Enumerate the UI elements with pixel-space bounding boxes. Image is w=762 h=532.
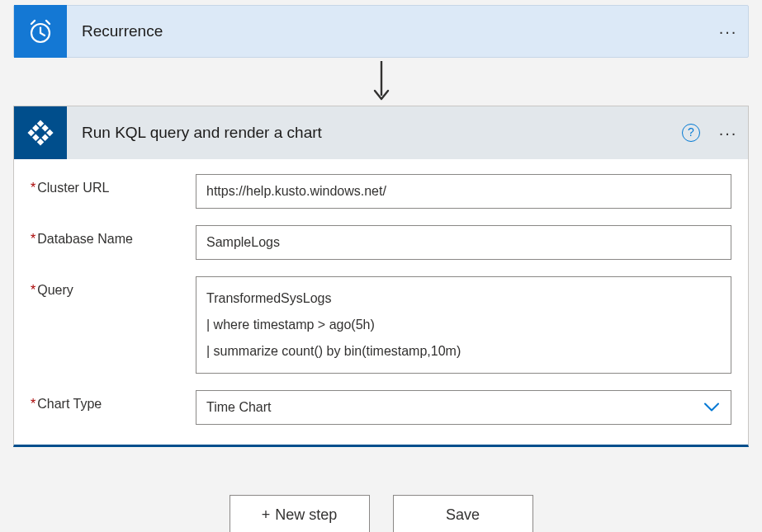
query-label: *Query	[31, 276, 196, 298]
field-row-query: *Query TransformedSysLogs | where timest…	[31, 276, 731, 374]
new-step-button[interactable]: + New step	[230, 495, 370, 532]
save-button[interactable]: Save	[393, 495, 533, 532]
svg-rect-9	[27, 129, 34, 136]
trigger-card[interactable]: Recurrence ···	[13, 5, 749, 58]
svg-rect-4	[37, 120, 44, 126]
svg-rect-11	[37, 139, 44, 145]
action-title: Run KQL query and render a chart	[67, 124, 682, 142]
query-input[interactable]: TransformedSysLogs | where timestamp > a…	[196, 276, 731, 374]
cluster-url-input[interactable]	[196, 174, 731, 209]
chart-type-select[interactable]: Time Chart	[196, 390, 731, 425]
footer-actions: + New step Save	[13, 495, 749, 532]
svg-line-2	[40, 33, 45, 35]
svg-rect-10	[32, 134, 39, 140]
help-icon[interactable]: ?	[682, 124, 700, 142]
designer-canvas: Recurrence ···	[0, 0, 762, 532]
cluster-url-label: *Cluster URL	[31, 174, 196, 195]
field-row-chart-type: *Chart Type Time Chart	[31, 390, 731, 425]
action-more-button[interactable]: ···	[708, 124, 748, 143]
plus-icon: +	[262, 506, 271, 524]
database-name-input[interactable]	[196, 225, 731, 260]
field-row-database-name: *Database Name	[31, 225, 731, 260]
action-card: Run KQL query and render a chart ? ··· *…	[13, 106, 749, 447]
svg-rect-8	[41, 134, 48, 140]
save-label: Save	[446, 506, 480, 524]
new-step-label: New step	[275, 506, 337, 524]
clock-icon	[14, 5, 67, 58]
trigger-more-button[interactable]: ···	[708, 22, 748, 41]
chart-type-value: Time Chart	[206, 400, 272, 415]
chart-type-label: *Chart Type	[31, 390, 196, 412]
svg-rect-7	[32, 125, 39, 131]
svg-rect-6	[46, 129, 53, 136]
connector-arrow	[13, 58, 749, 106]
database-name-label: *Database Name	[31, 225, 196, 247]
svg-rect-5	[41, 125, 48, 131]
kusto-icon	[14, 106, 67, 159]
trigger-title: Recurrence	[67, 22, 708, 40]
field-row-cluster-url: *Cluster URL	[31, 174, 731, 209]
action-body: *Cluster URL *Database Name *Query	[14, 159, 748, 445]
action-header[interactable]: Run KQL query and render a chart ? ···	[14, 106, 748, 159]
